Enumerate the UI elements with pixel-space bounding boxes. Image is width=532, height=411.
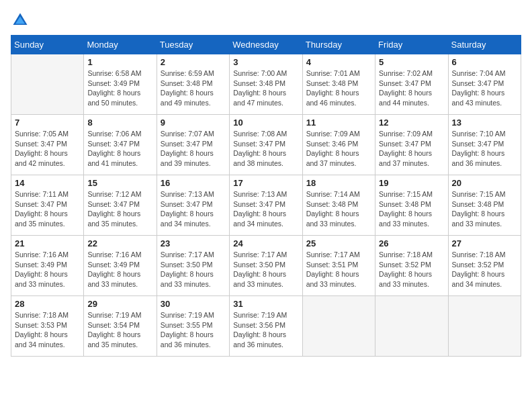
logo — [11, 11, 32, 30]
calendar-cell: 22Sunrise: 7:16 AM Sunset: 3:49 PM Dayli… — [84, 236, 157, 296]
calendar-cell: 4Sunrise: 7:01 AM Sunset: 3:48 PM Daylig… — [302, 54, 375, 115]
calendar-header-row: SundayMondayTuesdayWednesdayThursdayFrid… — [11, 36, 521, 54]
day-number: 9 — [161, 118, 226, 128]
calendar-cell: 19Sunrise: 7:15 AM Sunset: 3:48 PM Dayli… — [375, 175, 448, 236]
day-number: 24 — [233, 238, 298, 248]
calendar-cell: 14Sunrise: 7:11 AM Sunset: 3:47 PM Dayli… — [11, 175, 84, 236]
day-number: 8 — [87, 118, 152, 128]
day-info: Sunrise: 7:00 AM Sunset: 3:48 PM Dayligh… — [233, 68, 298, 108]
day-number: 30 — [161, 299, 226, 309]
day-info: Sunrise: 7:18 AM Sunset: 3:52 PM Dayligh… — [379, 250, 444, 289]
day-info: Sunrise: 6:59 AM Sunset: 3:48 PM Dayligh… — [161, 68, 226, 108]
day-info: Sunrise: 7:04 AM Sunset: 3:47 PM Dayligh… — [452, 68, 517, 108]
column-header-thursday: Thursday — [302, 36, 375, 54]
day-number: 22 — [87, 238, 152, 248]
calendar-cell: 29Sunrise: 7:19 AM Sunset: 3:54 PM Dayli… — [84, 296, 157, 357]
day-number: 13 — [452, 118, 517, 128]
calendar-cell: 23Sunrise: 7:17 AM Sunset: 3:50 PM Dayli… — [157, 236, 229, 296]
day-number: 25 — [306, 238, 371, 248]
day-info: Sunrise: 7:15 AM Sunset: 3:48 PM Dayligh… — [379, 189, 444, 229]
calendar-cell: 18Sunrise: 7:14 AM Sunset: 3:48 PM Dayli… — [302, 175, 375, 236]
day-number: 14 — [15, 178, 80, 188]
calendar-cell: 28Sunrise: 7:18 AM Sunset: 3:53 PM Dayli… — [11, 296, 84, 357]
calendar-cell: 21Sunrise: 7:16 AM Sunset: 3:49 PM Dayli… — [11, 236, 84, 296]
calendar-cell: 30Sunrise: 7:19 AM Sunset: 3:55 PM Dayli… — [157, 296, 229, 357]
calendar-cell: 5Sunrise: 7:02 AM Sunset: 3:47 PM Daylig… — [375, 54, 448, 115]
day-info: Sunrise: 7:13 AM Sunset: 3:47 PM Dayligh… — [233, 189, 298, 229]
day-info: Sunrise: 7:07 AM Sunset: 3:47 PM Dayligh… — [161, 129, 226, 169]
day-number: 4 — [306, 57, 371, 67]
day-number: 19 — [379, 178, 444, 188]
day-number: 5 — [379, 57, 444, 67]
day-info: Sunrise: 7:17 AM Sunset: 3:50 PM Dayligh… — [161, 250, 226, 289]
logo-icon — [11, 11, 30, 30]
day-number: 26 — [379, 238, 444, 248]
day-info: Sunrise: 7:13 AM Sunset: 3:47 PM Dayligh… — [161, 189, 226, 229]
calendar-cell: 20Sunrise: 7:15 AM Sunset: 3:48 PM Dayli… — [448, 175, 521, 236]
day-info: Sunrise: 7:08 AM Sunset: 3:47 PM Dayligh… — [233, 129, 298, 169]
calendar-cell: 7Sunrise: 7:05 AM Sunset: 3:47 PM Daylig… — [11, 115, 84, 175]
calendar-week-row: 1Sunrise: 6:58 AM Sunset: 3:49 PM Daylig… — [11, 54, 521, 115]
day-info: Sunrise: 7:15 AM Sunset: 3:48 PM Dayligh… — [452, 189, 517, 229]
day-info: Sunrise: 7:16 AM Sunset: 3:49 PM Dayligh… — [15, 250, 80, 289]
calendar-cell: 25Sunrise: 7:17 AM Sunset: 3:51 PM Dayli… — [302, 236, 375, 296]
calendar-cell — [375, 296, 448, 357]
calendar-week-row: 21Sunrise: 7:16 AM Sunset: 3:49 PM Dayli… — [11, 236, 521, 296]
calendar-cell: 8Sunrise: 7:06 AM Sunset: 3:47 PM Daylig… — [84, 115, 157, 175]
day-number: 16 — [161, 178, 226, 188]
day-number: 23 — [161, 238, 226, 248]
day-info: Sunrise: 7:17 AM Sunset: 3:51 PM Dayligh… — [306, 250, 371, 289]
calendar-cell: 3Sunrise: 7:00 AM Sunset: 3:48 PM Daylig… — [230, 54, 302, 115]
calendar-cell: 13Sunrise: 7:10 AM Sunset: 3:47 PM Dayli… — [448, 115, 521, 175]
calendar-table: SundayMondayTuesdayWednesdayThursdayFrid… — [11, 35, 521, 357]
calendar-cell — [448, 296, 521, 357]
day-info: Sunrise: 7:10 AM Sunset: 3:47 PM Dayligh… — [452, 129, 517, 169]
day-number: 3 — [233, 57, 298, 67]
day-info: Sunrise: 7:05 AM Sunset: 3:47 PM Dayligh… — [15, 129, 80, 169]
calendar-cell: 12Sunrise: 7:09 AM Sunset: 3:47 PM Dayli… — [375, 115, 448, 175]
calendar-cell: 15Sunrise: 7:12 AM Sunset: 3:47 PM Dayli… — [84, 175, 157, 236]
column-header-monday: Monday — [84, 36, 157, 54]
calendar-cell: 2Sunrise: 6:59 AM Sunset: 3:48 PM Daylig… — [157, 54, 229, 115]
day-number: 27 — [452, 238, 517, 248]
day-info: Sunrise: 7:18 AM Sunset: 3:52 PM Dayligh… — [452, 250, 517, 289]
day-info: Sunrise: 7:16 AM Sunset: 3:49 PM Dayligh… — [87, 250, 152, 289]
calendar-cell: 10Sunrise: 7:08 AM Sunset: 3:47 PM Dayli… — [230, 115, 302, 175]
calendar-cell: 27Sunrise: 7:18 AM Sunset: 3:52 PM Dayli… — [448, 236, 521, 296]
day-info: Sunrise: 7:12 AM Sunset: 3:47 PM Dayligh… — [87, 189, 152, 229]
day-info: Sunrise: 6:58 AM Sunset: 3:49 PM Dayligh… — [87, 68, 152, 108]
day-number: 21 — [15, 238, 80, 248]
day-number: 11 — [306, 118, 371, 128]
day-number: 12 — [379, 118, 444, 128]
day-number: 28 — [15, 299, 80, 309]
day-info: Sunrise: 7:14 AM Sunset: 3:48 PM Dayligh… — [306, 189, 371, 229]
day-info: Sunrise: 7:19 AM Sunset: 3:55 PM Dayligh… — [161, 310, 226, 350]
day-info: Sunrise: 7:01 AM Sunset: 3:48 PM Dayligh… — [306, 68, 371, 108]
day-number: 29 — [87, 299, 152, 309]
column-header-wednesday: Wednesday — [230, 36, 302, 54]
calendar-week-row: 7Sunrise: 7:05 AM Sunset: 3:47 PM Daylig… — [11, 115, 521, 175]
calendar-cell: 26Sunrise: 7:18 AM Sunset: 3:52 PM Dayli… — [375, 236, 448, 296]
day-info: Sunrise: 7:19 AM Sunset: 3:56 PM Dayligh… — [233, 310, 298, 350]
day-number: 31 — [233, 299, 298, 309]
day-info: Sunrise: 7:09 AM Sunset: 3:47 PM Dayligh… — [379, 129, 444, 169]
calendar-cell: 1Sunrise: 6:58 AM Sunset: 3:49 PM Daylig… — [84, 54, 157, 115]
calendar-cell: 17Sunrise: 7:13 AM Sunset: 3:47 PM Dayli… — [230, 175, 302, 236]
day-info: Sunrise: 7:06 AM Sunset: 3:47 PM Dayligh… — [87, 129, 152, 169]
calendar-cell: 31Sunrise: 7:19 AM Sunset: 3:56 PM Dayli… — [230, 296, 302, 357]
calendar-cell — [11, 54, 84, 115]
day-number: 10 — [233, 118, 298, 128]
page-header — [11, 11, 521, 30]
day-number: 20 — [452, 178, 517, 188]
calendar-week-row: 14Sunrise: 7:11 AM Sunset: 3:47 PM Dayli… — [11, 175, 521, 236]
day-number: 1 — [87, 57, 152, 67]
column-header-saturday: Saturday — [448, 36, 521, 54]
day-number: 2 — [161, 57, 226, 67]
calendar-cell: 9Sunrise: 7:07 AM Sunset: 3:47 PM Daylig… — [157, 115, 229, 175]
day-info: Sunrise: 7:17 AM Sunset: 3:50 PM Dayligh… — [233, 250, 298, 289]
column-header-friday: Friday — [375, 36, 448, 54]
calendar-cell: 16Sunrise: 7:13 AM Sunset: 3:47 PM Dayli… — [157, 175, 229, 236]
day-number: 18 — [306, 178, 371, 188]
day-number: 17 — [233, 178, 298, 188]
calendar-week-row: 28Sunrise: 7:18 AM Sunset: 3:53 PM Dayli… — [11, 296, 521, 357]
